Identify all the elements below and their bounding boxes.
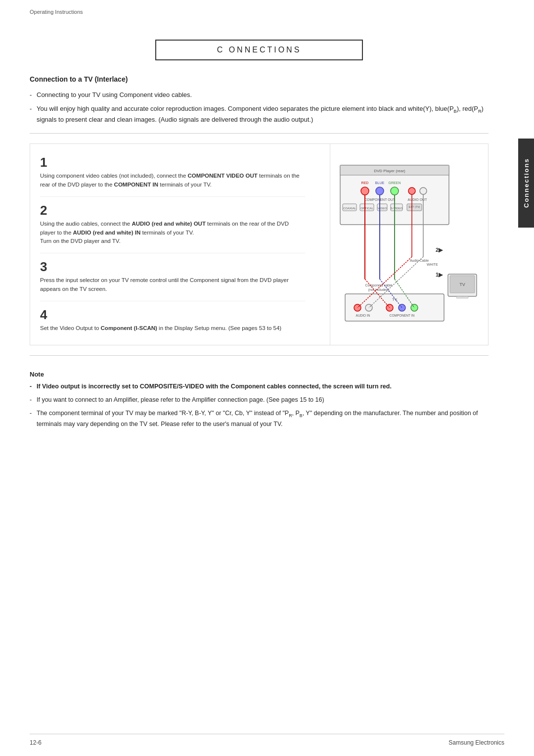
page-title: C ONNECTIONS — [217, 46, 302, 54]
steps-right: DVD Player (rear) RED BLUE GREEN COMPONE… — [330, 144, 488, 345]
step-3-number: 3 — [40, 260, 305, 273]
svg-point-11 — [420, 188, 427, 194]
svg-text:OPTICAL: OPTICAL — [360, 207, 373, 210]
page-header: Operating Instructions — [0, 0, 534, 15]
svg-text:AUDIO OUT: AUDIO OUT — [407, 198, 427, 201]
header-label: Operating Instructions — [30, 9, 83, 15]
step-1: 1 Using component video cables (not incl… — [40, 149, 305, 197]
title-box: C ONNECTIONS — [155, 40, 363, 60]
svg-text:COMPONENT IN: COMPONENT IN — [389, 314, 414, 317]
note-item-1: If Video output is incorrectly set to CO… — [30, 382, 489, 391]
footer-brand: Samsung Electronics — [448, 739, 504, 746]
intro-bullet-2: You will enjoy high quality and accurate… — [30, 104, 489, 125]
step-1-text: Using component video cables (not includ… — [40, 172, 305, 189]
connection-svg: DVD Player (rear) RED BLUE GREEN COMPONE… — [335, 160, 484, 329]
svg-text:2▶: 2▶ — [435, 247, 443, 253]
page-footer: 12-6 Samsung Electronics — [30, 734, 504, 746]
svg-text:AUDIO IN: AUDIO IN — [356, 314, 370, 317]
intro-bullet-list: Connecting to your TV using Component vi… — [30, 90, 489, 124]
step-2-text: Using the audio cables, connect the AUDI… — [40, 220, 305, 246]
connection-diagram: DVD Player (rear) RED BLUE GREEN COMPONE… — [335, 160, 484, 329]
svg-text:RED: RED — [361, 181, 368, 185]
step-3: 3 Press the input selector on your TV re… — [40, 253, 305, 301]
step-1-number: 1 — [40, 156, 305, 169]
svg-text:1▶: 1▶ — [435, 272, 443, 278]
divider-top — [30, 133, 489, 134]
step-4: 4 Set the Video Output to Component (I-S… — [40, 301, 305, 340]
note-title: Note — [30, 371, 489, 378]
svg-text:BLUE: BLUE — [375, 181, 384, 185]
side-tab-text: Connections — [523, 158, 530, 208]
note-item-2: If you want to connect to an Amplifier, … — [30, 395, 489, 405]
svg-text:GREEN: GREEN — [388, 181, 400, 185]
svg-text:EXT (TV): EXT (TV) — [408, 205, 420, 208]
svg-text:WHITE: WHITE — [427, 263, 438, 266]
step-3-text: Press the input selector on your TV remo… — [40, 276, 305, 294]
section-heading: Connection to a TV (Interlace) — [30, 75, 489, 83]
step-4-text: Set the Video Output to Component (I-SCA… — [40, 324, 305, 333]
svg-point-8 — [391, 187, 399, 195]
svg-text:S-VIDEO: S-VIDEO — [390, 207, 402, 210]
svg-text:Component cable: Component cable — [365, 284, 392, 287]
step-2-number: 2 — [40, 204, 305, 217]
side-tab: Connections — [518, 139, 534, 228]
step-2: 2 Using the audio cables, connect the AU… — [40, 197, 305, 253]
divider-bottom — [30, 355, 489, 356]
svg-point-6 — [361, 187, 369, 195]
svg-text:TV: TV — [459, 282, 465, 287]
svg-point-7 — [376, 187, 384, 195]
steps-area: 1 Using component video cables (not incl… — [30, 143, 489, 345]
svg-text:DVD Player (rear): DVD Player (rear) — [374, 169, 405, 173]
page-wrapper: Operating Instructions Connections C ONN… — [0, 0, 534, 756]
note-section: Note If Video output is incorrectly set … — [30, 366, 489, 429]
main-content: C ONNECTIONS Connection to a TV (Interla… — [0, 15, 518, 453]
note-list: If Video output is incorrectly set to CO… — [30, 382, 489, 429]
svg-text:COAXIAL: COAXIAL — [343, 207, 356, 210]
intro-bullet-1: Connecting to your TV using Component vi… — [30, 90, 489, 100]
note-item-3: The component terminal of your TV may be… — [30, 409, 489, 428]
svg-rect-46 — [456, 296, 468, 298]
step-4-number: 4 — [40, 308, 305, 321]
svg-text:VIDEO: VIDEO — [377, 207, 387, 210]
footer-page-number: 12-6 — [30, 739, 42, 746]
steps-left: 1 Using component video cables (not incl… — [30, 144, 315, 345]
svg-point-10 — [408, 188, 415, 194]
